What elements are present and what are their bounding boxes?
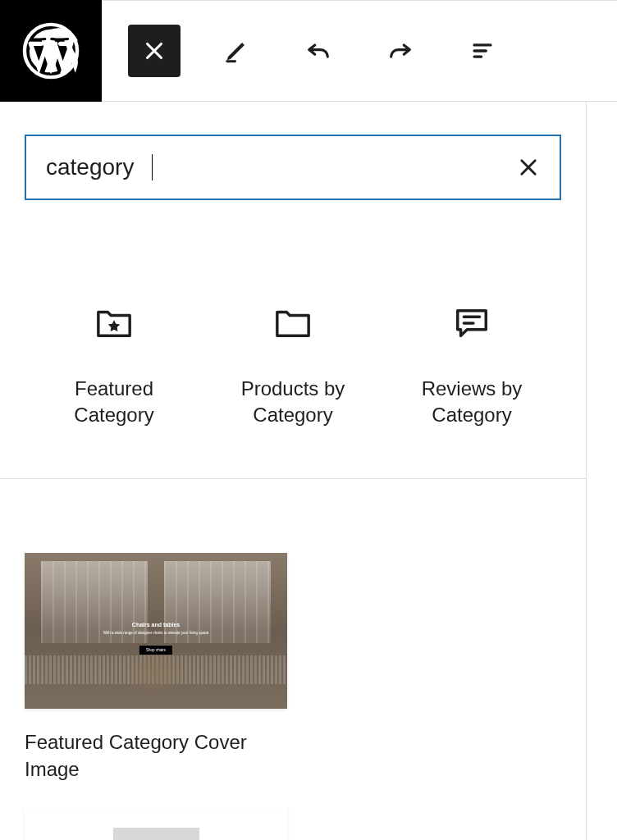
inserter-panel: Featured Category Products by Category R… [0, 102, 587, 840]
pattern-preview: Black and white high-quality prints Shop… [25, 808, 287, 840]
pattern-featured-category-focus[interactable]: Black and white high-quality prints Shop… [25, 808, 287, 840]
pattern-preview: Chairs and tables With a wide range of d… [25, 553, 287, 709]
text-cursor [152, 154, 153, 180]
folder-icon [274, 307, 312, 340]
block-label: Featured Category [32, 376, 196, 429]
wordpress-logo[interactable] [0, 0, 102, 102]
pencil-icon [222, 37, 250, 65]
clear-search-button[interactable] [517, 156, 540, 179]
redo-icon [386, 37, 414, 65]
block-reviews-by-category[interactable]: Reviews by Category [390, 307, 554, 429]
pattern-label: Featured Category Cover Image [25, 728, 287, 783]
blocks-results: Featured Category Products by Category R… [0, 200, 586, 479]
preview-button: Shop chairs [139, 646, 172, 655]
review-icon [453, 307, 491, 340]
editor-topbar [0, 0, 617, 102]
edit-button[interactable] [210, 25, 263, 77]
document-outline-button[interactable] [456, 25, 509, 77]
preview-subtitle: With a wide range of designer chairs to … [103, 631, 208, 635]
block-featured-category[interactable]: Featured Category [32, 307, 196, 429]
close-icon [140, 37, 168, 65]
search-input[interactable] [46, 154, 517, 180]
search-box [25, 135, 561, 200]
list-icon [468, 37, 496, 65]
close-inserter-button[interactable] [128, 25, 181, 77]
redo-button[interactable] [374, 25, 427, 77]
close-icon [517, 156, 540, 179]
wordpress-icon [22, 22, 80, 80]
patterns-results: Chairs and tables With a wide range of d… [0, 479, 586, 840]
block-products-by-category[interactable]: Products by Category [211, 307, 375, 429]
toolbar [102, 25, 509, 77]
pattern-featured-category-cover-image[interactable]: Chairs and tables With a wide range of d… [25, 553, 287, 783]
block-label: Reviews by Category [390, 376, 554, 429]
preview-title: Chairs and tables [103, 622, 208, 628]
folder-star-icon [95, 307, 133, 340]
undo-button[interactable] [292, 25, 345, 77]
search-container [0, 102, 586, 200]
undo-icon [304, 37, 332, 65]
block-label: Products by Category [211, 376, 375, 429]
